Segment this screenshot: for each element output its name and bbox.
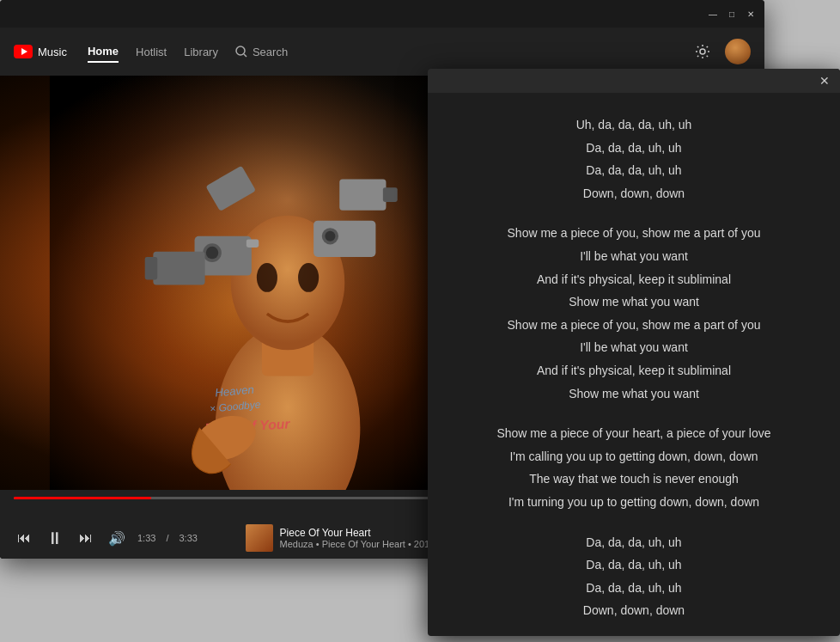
lyrics-line: And if it's physical, keep it subliminal bbox=[441, 359, 826, 382]
search-label: Search bbox=[253, 46, 288, 58]
svg-point-18 bbox=[206, 247, 218, 259]
svg-rect-24 bbox=[145, 257, 157, 280]
lyrics-line: Da, da, da, uh, uh bbox=[441, 553, 826, 577]
time-separator: / bbox=[166, 533, 168, 543]
titlebar-controls: — □ ✕ bbox=[706, 7, 758, 21]
lyrics-line: I'm calling you up to getting down, down… bbox=[441, 445, 826, 468]
topbar-left: Music Home Hotlist Library Search bbox=[14, 41, 288, 63]
svg-rect-26 bbox=[383, 187, 398, 202]
lyrics-blank bbox=[441, 514, 826, 531]
search-area[interactable]: Search bbox=[235, 46, 288, 58]
lyrics-line: Show me what you want bbox=[441, 382, 826, 406]
lyrics-line: I'll be what you want bbox=[441, 245, 826, 268]
topbar-right bbox=[691, 39, 751, 64]
time-total: 3:33 bbox=[179, 533, 197, 543]
lyrics-line: I'm turning you up to getting down, down… bbox=[441, 491, 826, 514]
volume-button[interactable]: 🔊 bbox=[107, 528, 127, 548]
svg-point-4 bbox=[700, 49, 705, 54]
skip-back-button[interactable]: ⏮ bbox=[14, 528, 34, 548]
svg-rect-19 bbox=[247, 239, 259, 248]
lyrics-blank bbox=[441, 405, 826, 422]
controls-left: ⏮ ⏸ ⏭ 🔊 1:33 / 3:33 bbox=[14, 528, 198, 548]
yt-titlebar: — □ ✕ bbox=[0, 0, 764, 28]
minimize-button[interactable]: — bbox=[706, 7, 720, 21]
track-thumbnail bbox=[246, 524, 273, 552]
lyrics-content: Uh, da, da, da, uh, uhDa, da, da, uh, uh… bbox=[428, 93, 840, 636]
lyrics-line: And if it's physical, keep it subliminal bbox=[441, 268, 826, 291]
track-subtitle: Meduza • Piece Of Your Heart • 2019 bbox=[280, 539, 435, 549]
lyrics-line: Show me a piece of your heart, a piece o… bbox=[441, 422, 826, 445]
lyrics-line: Da, da, da, uh, uh bbox=[441, 137, 826, 160]
svg-rect-25 bbox=[339, 180, 386, 211]
settings-button[interactable] bbox=[691, 40, 715, 64]
svg-line-3 bbox=[244, 54, 247, 57]
user-avatar[interactable] bbox=[725, 39, 751, 64]
svg-point-11 bbox=[298, 263, 319, 292]
yt-nav: Home Hotlist Library Search bbox=[88, 41, 288, 63]
svg-rect-23 bbox=[153, 252, 204, 285]
lyrics-titlebar: ✕ bbox=[428, 69, 840, 93]
lyrics-line: Da, da, da, uh, uh bbox=[441, 577, 826, 600]
lyrics-window: ✕ Uh, da, da, da, uh, uhDa, da, da, uh, … bbox=[428, 69, 840, 636]
lyrics-line: Show me a piece of you, show me a part o… bbox=[441, 314, 826, 337]
logo-text: Music bbox=[38, 46, 67, 58]
lyrics-line: Down, down, down bbox=[441, 599, 826, 622]
close-button[interactable]: ✕ bbox=[744, 7, 758, 21]
progress-fill bbox=[14, 497, 151, 499]
lyrics-close-button[interactable]: ✕ bbox=[816, 72, 833, 89]
play-pause-button[interactable]: ⏸ bbox=[45, 528, 65, 548]
youtube-icon bbox=[14, 45, 33, 58]
lyrics-line: I'll be what you want bbox=[441, 336, 826, 359]
lyrics-line: Down, down, down bbox=[441, 182, 826, 205]
svg-point-10 bbox=[257, 263, 277, 292]
yt-logo: Music bbox=[14, 45, 67, 58]
lyrics-line: Show me a piece of you, show me a part o… bbox=[441, 222, 826, 245]
track-title: Piece Of Your Heart bbox=[280, 527, 435, 539]
skip-forward-button[interactable]: ⏭ bbox=[76, 528, 96, 548]
nav-home[interactable]: Home bbox=[88, 41, 119, 63]
lyrics-line: Da, da, da, uh, uh bbox=[441, 159, 826, 182]
lyrics-line: Da, da, da, uh, uh bbox=[441, 531, 826, 554]
lyrics-blank bbox=[441, 622, 826, 636]
time-current: 1:33 bbox=[137, 533, 155, 543]
track-details: Piece Of Your Heart Meduza • Piece Of Yo… bbox=[280, 527, 435, 549]
lyrics-blank bbox=[441, 205, 826, 222]
lyrics-line: Uh, da, da, da, uh, uh bbox=[441, 113, 826, 137]
nav-hotlist[interactable]: Hotlist bbox=[136, 42, 167, 62]
lyrics-line: The way that we touch is never enough bbox=[441, 468, 826, 491]
svg-point-22 bbox=[325, 231, 335, 242]
lyrics-line: Show me what you want bbox=[441, 290, 826, 314]
svg-point-2 bbox=[236, 46, 245, 55]
nav-library[interactable]: Library bbox=[184, 42, 218, 62]
gear-icon bbox=[695, 44, 710, 59]
maximize-button[interactable]: □ bbox=[725, 7, 739, 21]
search-icon bbox=[235, 46, 247, 58]
